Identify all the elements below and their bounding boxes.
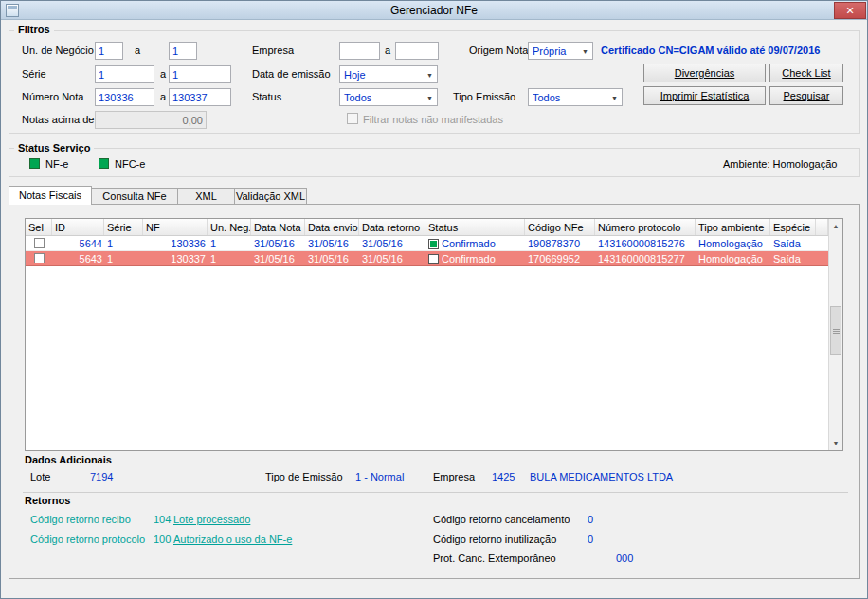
numero-nota-to-input[interactable]	[169, 88, 231, 106]
tipo-emissao-dados-value: 1 - Normal	[355, 471, 404, 483]
chevron-down-icon: ▼	[611, 95, 618, 101]
column-header-id[interactable]: ID	[52, 219, 104, 235]
column-header-tipo-ambiente[interactable]: Tipo ambiente	[696, 219, 770, 235]
tab-notas-fiscais[interactable]: Notas Fiscais	[9, 186, 92, 205]
empresa-dados-label: Empresa	[433, 471, 475, 483]
cell-filler	[816, 236, 828, 250]
serie-to-input[interactable]	[169, 65, 231, 83]
column-header-status[interactable]: Status	[425, 219, 525, 235]
lote-value: 7194	[90, 471, 113, 483]
serie-label: Série	[22, 68, 46, 81]
ambiente-label: Ambiente: Homologação	[723, 158, 837, 171]
cell-data-nota: 31/05/16	[251, 251, 305, 265]
notas-fiscais-panel: Sel ID Série NF Un. Neg. Data Nota Data …	[9, 204, 860, 579]
cell-numero-protocolo: 143160000815276	[595, 236, 696, 250]
table-row[interactable]: 5644 1 130336 1 31/05/16 31/05/16 31/05/…	[26, 236, 828, 251]
empresa-to-input[interactable]	[395, 42, 439, 60]
cell-serie: 1	[104, 236, 143, 250]
window-title: Gerenciador NFe	[1, 4, 867, 17]
empresa-nome-value: BULA MEDICAMENTOS LTDA	[530, 471, 673, 483]
chevron-down-icon: ▼	[426, 95, 433, 101]
column-header-serie[interactable]: Série	[104, 219, 143, 235]
cancelamento-label: Código retorno cancelamento	[433, 514, 570, 526]
imprimir-estatistica-button[interactable]: Imprimir Estatística	[643, 86, 766, 105]
cell-id: 5644	[52, 236, 104, 250]
column-header-nf[interactable]: NF	[143, 219, 208, 235]
lote-label: Lote	[30, 471, 50, 483]
cell-data-nota: 31/05/16	[251, 236, 305, 250]
notas-acima-label: Notas acima de	[22, 114, 94, 126]
nfe-status-green-icon	[29, 158, 40, 169]
cell-especie: Saída	[770, 236, 816, 250]
origem-nota-label: Origem Nota	[469, 45, 528, 57]
nfce-status-green-icon	[99, 158, 109, 169]
column-header-numero-protocolo[interactable]: Número protocolo	[595, 219, 696, 235]
certificado-info: Certificado CN=CIGAM válido até 09/07/20…	[601, 45, 820, 57]
protocolo-link[interactable]: Autorizado o uso da NF-e	[173, 534, 292, 546]
status-select[interactable]: Todos ▼	[339, 88, 438, 106]
serie-from-input[interactable]	[95, 65, 154, 83]
column-header-data-nota[interactable]: Data Nota	[251, 219, 305, 235]
data-emissao-select[interactable]: Hoje ▼	[339, 65, 438, 83]
column-header-data-envio[interactable]: Data envio	[305, 219, 359, 235]
tipo-emissao-label: Tipo Emissão	[453, 91, 515, 103]
notas-grid: Sel ID Série NF Un. Neg. Data Nota Data …	[25, 218, 843, 451]
gerenciador-nfe-window: Gerenciador NFe ✕ Filtros Un. de Negócio…	[0, 0, 868, 599]
tipo-emissao-select[interactable]: Todos ▼	[528, 88, 623, 106]
close-button[interactable]: ✕	[834, 2, 866, 19]
cell-tipo-ambiente: Homologação	[696, 236, 770, 250]
column-header-codigo-nfe[interactable]: Código NFe	[525, 219, 595, 235]
cell-id: 5643	[52, 251, 104, 265]
origem-nota-select[interactable]: Própria ▼	[528, 42, 593, 60]
cell-data-envio: 31/05/16	[305, 236, 359, 250]
range-separator: a	[160, 68, 166, 81]
cell-filler	[816, 251, 828, 265]
un-negocio-to-input[interactable]	[169, 42, 197, 60]
data-emissao-label: Data de emissão	[252, 68, 331, 81]
table-row-selected[interactable]: 5643 1 130337 1 31/05/16 31/05/16 31/05/…	[26, 251, 828, 266]
column-header-especie[interactable]: Espécie	[770, 219, 816, 235]
numero-nota-from-input[interactable]	[95, 88, 154, 106]
row-select-checkbox[interactable]	[34, 253, 45, 263]
tab-validacao-xml[interactable]: Validação XML	[234, 188, 307, 204]
column-header-data-retorno[interactable]: Data retorno	[359, 219, 425, 235]
tab-consulta-nfe[interactable]: Consulta NFe	[91, 188, 178, 204]
divergencias-button[interactable]: Divergências	[643, 64, 766, 82]
column-header-sel[interactable]: Sel	[26, 219, 52, 235]
tab-xml[interactable]: XML	[177, 188, 235, 204]
status-value: Todos	[344, 92, 371, 104]
column-header-un-neg[interactable]: Un. Neg.	[208, 219, 251, 235]
confirmed-status-icon	[428, 239, 439, 249]
cell-un-neg: 1	[208, 251, 251, 265]
scroll-up-icon[interactable]: ▲	[829, 219, 842, 233]
vertical-scrollbar[interactable]: ▲ ▼	[828, 219, 842, 450]
extemporaneo-value: 000	[616, 553, 633, 565]
un-negocio-from-input[interactable]	[95, 42, 123, 60]
un-negocio-label: Un. de Negócio	[22, 45, 94, 57]
check-list-button[interactable]: Check List	[769, 64, 843, 82]
section-divider	[23, 492, 848, 493]
scroll-down-icon[interactable]: ▼	[829, 436, 842, 450]
cancelamento-value: 0	[588, 514, 593, 526]
inutilizacao-value: 0	[588, 534, 593, 546]
pesquisar-button[interactable]: Pesquisar	[769, 86, 843, 105]
recibo-label: Código retorno recibo	[30, 514, 131, 526]
cell-data-envio: 31/05/16	[305, 251, 359, 265]
cell-codigo-nfe: 190878370	[525, 236, 595, 250]
recibo-link[interactable]: Lote processado	[173, 514, 250, 526]
data-emissao-value: Hoje	[344, 69, 366, 82]
empresa-from-input[interactable]	[339, 42, 380, 60]
cell-serie: 1	[104, 251, 143, 265]
scrollbar-thumb[interactable]	[830, 306, 841, 355]
origem-nota-value: Própria	[533, 45, 566, 58]
dados-adicionais-label: Dados Adicionais	[25, 454, 112, 466]
row-select-checkbox[interactable]	[34, 238, 45, 248]
chevron-down-icon: ▼	[582, 48, 588, 55]
protocolo-label: Código retorno protocolo	[30, 534, 145, 546]
tipo-emissao-dados-label: Tipo de Emissão	[265, 471, 343, 483]
range-separator: a	[160, 91, 166, 103]
chevron-down-icon: ▼	[426, 72, 433, 79]
cell-nf: 130337	[143, 251, 208, 265]
nfe-status-label: NF-e	[45, 158, 68, 171]
filters-group-label: Filtros	[14, 24, 54, 36]
